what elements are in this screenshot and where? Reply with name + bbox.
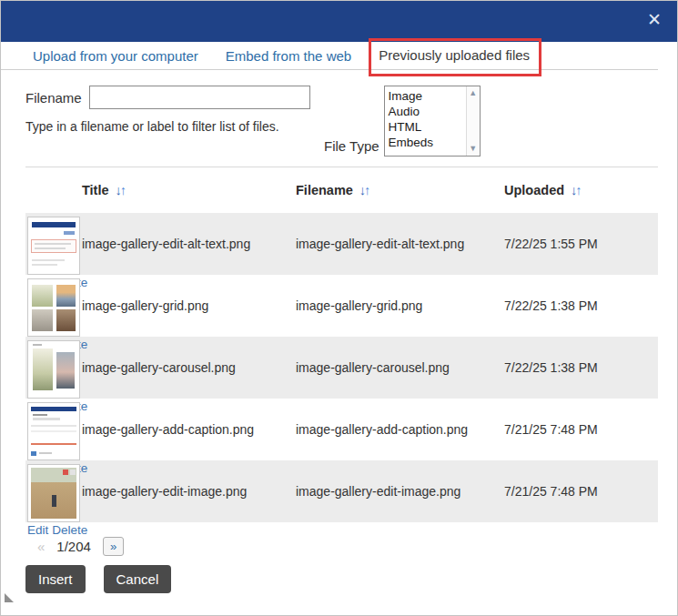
file-thumbnail[interactable]	[27, 464, 80, 522]
table-row[interactable]: EditDelete image-gallery-carousel.png im…	[25, 337, 658, 399]
files-table: Title↓↑ Filename↓↑ Uploaded↓↑ EditDelete…	[25, 167, 658, 522]
filename-label: Filename	[25, 90, 82, 106]
row-actions: EditDelete	[27, 523, 91, 537]
edit-link[interactable]: Edit	[27, 523, 48, 537]
file-filename: image-gallery-grid.png	[296, 298, 504, 313]
table-header-row: Title↓↑ Filename↓↑ Uploaded↓↑	[25, 167, 658, 213]
filename-input[interactable]	[89, 86, 310, 109]
delete-link[interactable]: Delete	[52, 523, 87, 537]
insert-button[interactable]: Insert	[25, 565, 86, 593]
file-uploaded: 7/21/25 7:48 PM	[504, 484, 658, 499]
cancel-button[interactable]: Cancel	[104, 565, 172, 593]
tab-upload-computer[interactable]: Upload from your computer	[33, 48, 198, 64]
file-type-option-html[interactable]: HTML	[389, 119, 466, 135]
file-title: image-gallery-edit-alt-text.png	[82, 237, 296, 251]
column-label-title: Title	[82, 183, 109, 197]
thumbnail-cell: EditDelete	[25, 275, 82, 337]
thumbnail-cell: EditDelete	[25, 460, 82, 522]
file-uploaded: 7/22/25 1:55 PM	[504, 237, 658, 251]
previous-page-icon[interactable]: «	[37, 539, 45, 554]
file-title: image-gallery-carousel.png	[82, 360, 296, 375]
file-title: image-gallery-grid.png	[82, 298, 296, 313]
file-thumbnail[interactable]	[27, 340, 80, 399]
modal-titlebar: ✕	[1, 1, 677, 42]
thumbnail-cell: EditDelete	[25, 399, 82, 460]
table-row[interactable]: EditDelete image-gallery-edit-alt-text.p…	[25, 213, 658, 275]
column-label-uploaded: Uploaded	[504, 183, 564, 197]
column-header-title[interactable]: Title↓↑	[82, 183, 296, 197]
table-row[interactable]: EditDelete image-gallery-grid.png image-…	[25, 275, 658, 337]
thumbnail-cell: EditDelete	[25, 337, 82, 399]
file-type-options: Image Audio HTML Embeds	[385, 86, 466, 156]
tab-previously-uploaded-wrap: Previously uploaded files	[379, 47, 530, 64]
table-row[interactable]: EditDelete image-gallery-edit-image.png …	[25, 460, 658, 522]
resize-handle[interactable]	[5, 593, 14, 602]
file-thumbnail[interactable]	[27, 217, 80, 275]
file-filename: image-gallery-add-caption.png	[296, 422, 504, 437]
thumbnail-cell: EditDelete	[25, 213, 82, 275]
file-filename: image-gallery-edit-image.png	[296, 484, 504, 499]
close-icon[interactable]: ✕	[647, 11, 662, 28]
table-row[interactable]: EditDelete image-gallery-add-caption.png…	[25, 399, 658, 460]
column-header-filename[interactable]: Filename↓↑	[296, 183, 504, 197]
scroll-up-icon[interactable]: ▲	[469, 89, 477, 97]
file-type-option-image[interactable]: Image	[389, 88, 466, 104]
tab-previously-uploaded[interactable]: Previously uploaded files	[379, 47, 530, 63]
sort-icon-title[interactable]: ↓↑	[116, 183, 126, 197]
file-thumbnail[interactable]	[27, 278, 80, 337]
file-thumbnail[interactable]	[27, 402, 80, 460]
column-header-uploaded[interactable]: Uploaded↓↑	[504, 183, 658, 197]
file-title: image-gallery-edit-image.png	[82, 484, 296, 499]
file-uploaded: 7/22/25 1:38 PM	[504, 360, 658, 375]
scroll-down-icon[interactable]: ▼	[469, 145, 477, 153]
sort-icon-uploaded[interactable]: ↓↑	[571, 183, 581, 197]
dialog-footer: Insert Cancel	[25, 565, 658, 593]
pagination: « 1/204 »	[25, 536, 658, 556]
listbox-scrollbar[interactable]: ▲ ▼	[466, 86, 480, 156]
file-upload-dialog: { "colors": { "header_blue": "#1f4287", …	[0, 0, 678, 616]
file-type-option-embeds[interactable]: Embeds	[389, 135, 466, 150]
tab-embed-web[interactable]: Embed from the web	[226, 48, 351, 64]
file-type-option-audio[interactable]: Audio	[389, 104, 466, 119]
tab-bar: Upload from your computer Embed from the…	[1, 42, 658, 70]
filter-section: Filename Type in a filename or label to …	[25, 70, 658, 167]
next-page-button[interactable]: »	[103, 537, 124, 556]
file-uploaded: 7/22/25 1:38 PM	[504, 298, 658, 313]
file-type-label: File Type	[324, 138, 379, 154]
file-uploaded: 7/21/25 7:48 PM	[504, 422, 658, 437]
column-label-filename: Filename	[296, 183, 353, 197]
file-filename: image-gallery-edit-alt-text.png	[296, 237, 504, 251]
page-indicator: 1/204	[56, 539, 91, 554]
file-filename: image-gallery-carousel.png	[296, 360, 504, 375]
file-title: image-gallery-add-caption.png	[82, 422, 296, 437]
file-type-listbox[interactable]: Image Audio HTML Embeds ▲ ▼	[384, 86, 481, 157]
sort-icon-filename[interactable]: ↓↑	[359, 183, 369, 197]
